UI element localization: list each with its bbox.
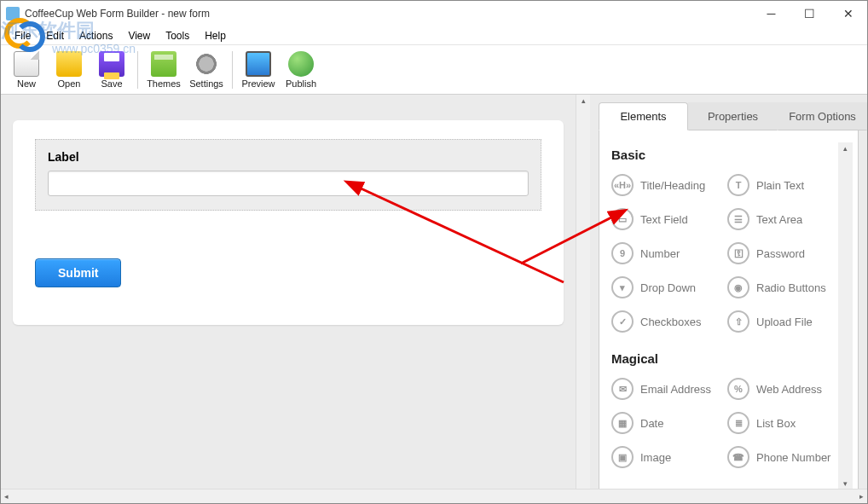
element-web-address[interactable]: %Web Address: [727, 378, 838, 400]
title-bar: CoffeeCup Web Form Builder - new form ─ …: [1, 1, 867, 26]
element-label: Phone Number: [756, 451, 830, 464]
element-number[interactable]: 9Number: [611, 242, 722, 264]
toolbar-separator: [137, 51, 138, 89]
new-button[interactable]: New: [6, 47, 47, 93]
element-phone-number[interactable]: ☎Phone Number: [727, 446, 838, 468]
toolbar: New Open Save Themes Settings Preview Pu…: [1, 45, 867, 95]
element-label: Checkboxes: [640, 316, 702, 328]
element-password[interactable]: ⚿Password: [727, 242, 838, 264]
preview-label: Preview: [241, 78, 275, 89]
element-label: Number: [640, 247, 680, 260]
list-box-icon: ≣: [727, 412, 749, 434]
save-icon: [99, 51, 124, 77]
element-label: Upload File: [756, 316, 813, 328]
canvas-scrollbar-horizontal[interactable]: [1, 489, 867, 503]
menu-tools[interactable]: Tools: [159, 28, 196, 43]
canvas-area[interactable]: Label Submit: [1, 95, 576, 490]
preview-icon: [246, 51, 271, 77]
open-label: Open: [58, 78, 81, 89]
element-title-heading[interactable]: «H»Title/Heading: [611, 174, 722, 196]
element-email-address[interactable]: ✉Email Address: [611, 378, 722, 400]
toolbar-separator: [232, 51, 233, 89]
text-area-icon: ☰: [727, 208, 749, 230]
settings-button[interactable]: Settings: [186, 47, 227, 93]
publish-button[interactable]: Publish: [281, 47, 321, 93]
text-field-element[interactable]: Label: [35, 139, 541, 211]
element-label: Date: [640, 417, 663, 430]
phone-icon: ☎: [727, 446, 749, 468]
minimize-button[interactable]: ─: [752, 1, 790, 26]
radio-buttons-icon: ◉: [727, 276, 749, 298]
panel-body: Basic «H»Title/Heading TPlain Text ▭Text…: [599, 130, 859, 490]
element-label: Title/Heading: [640, 179, 705, 192]
themes-icon: [151, 51, 176, 77]
close-button[interactable]: ✕: [829, 1, 867, 26]
right-panel: Elements Properties Form Options Basic «…: [590, 95, 867, 490]
element-label: List Box: [756, 417, 796, 430]
new-label: New: [17, 78, 36, 89]
element-label: Plain Text: [756, 179, 804, 192]
themes-button[interactable]: Themes: [143, 47, 184, 93]
element-label: Web Address: [756, 383, 822, 396]
menu-actions[interactable]: Actions: [72, 28, 119, 43]
element-date[interactable]: ▦Date: [611, 412, 722, 434]
canvas-scrollbar-vertical[interactable]: [576, 95, 590, 490]
new-icon: [14, 51, 39, 77]
element-text-field[interactable]: ▭Text Field: [611, 208, 722, 230]
submit-button[interactable]: Submit: [35, 258, 121, 287]
text-input[interactable]: [48, 171, 529, 196]
element-checkboxes[interactable]: ✓Checkboxes: [611, 310, 722, 333]
element-label: Text Area: [756, 213, 802, 226]
element-label: Password: [756, 247, 805, 260]
element-label: Text Field: [640, 213, 688, 226]
date-icon: ▦: [611, 412, 634, 434]
section-basic-title: Basic: [611, 148, 838, 162]
checkboxes-icon: ✓: [611, 310, 634, 333]
menu-help[interactable]: Help: [198, 28, 233, 43]
element-label: Image: [640, 451, 671, 464]
element-text-area[interactable]: ☰Text Area: [727, 208, 838, 230]
app-icon: [6, 7, 20, 20]
panel-scrollbar-vertical[interactable]: [838, 142, 853, 490]
element-plain-text[interactable]: TPlain Text: [727, 174, 838, 196]
publish-label: Publish: [286, 78, 316, 89]
password-icon: ⚿: [727, 242, 749, 264]
save-button[interactable]: Save: [91, 47, 132, 93]
menu-edit[interactable]: Edit: [39, 28, 71, 43]
drop-down-icon: ▾: [611, 276, 634, 298]
open-icon: [56, 51, 82, 77]
element-upload-file[interactable]: ⇧Upload File: [727, 310, 838, 333]
save-label: Save: [101, 78, 122, 89]
workspace: Label Submit Elements Properties Form Op…: [1, 95, 867, 490]
tab-form-options[interactable]: Form Options: [778, 102, 867, 130]
element-label: Radio Buttons: [756, 281, 826, 294]
element-label: Email Address: [640, 383, 711, 396]
element-list-box[interactable]: ≣List Box: [727, 412, 838, 434]
image-icon: ▣: [611, 446, 634, 468]
element-label: Drop Down: [640, 281, 696, 294]
menu-file[interactable]: File: [8, 28, 38, 43]
window-title: CoffeeCup Web Form Builder - new form: [25, 8, 210, 20]
settings-label: Settings: [189, 78, 223, 89]
maximize-button[interactable]: ☐: [790, 1, 829, 26]
open-button[interactable]: Open: [49, 47, 90, 93]
settings-icon: [194, 51, 219, 77]
preview-button[interactable]: Preview: [238, 47, 279, 93]
email-icon: ✉: [611, 378, 634, 400]
upload-file-icon: ⇧: [727, 310, 749, 333]
menu-view[interactable]: View: [121, 28, 157, 43]
text-field-icon: ▭: [611, 208, 634, 230]
section-magical-title: Magical: [611, 351, 838, 366]
menu-bar: File Edit Actions View Tools Help: [1, 26, 867, 45]
panel-tabs: Elements Properties Form Options: [590, 101, 867, 130]
publish-icon: [288, 51, 314, 77]
element-image[interactable]: ▣Image: [611, 446, 722, 468]
tab-properties[interactable]: Properties: [688, 102, 778, 130]
element-radio-buttons[interactable]: ◉Radio Buttons: [727, 276, 838, 298]
form-card: Label Submit: [13, 120, 564, 325]
tab-elements[interactable]: Elements: [599, 102, 688, 130]
number-icon: 9: [611, 242, 634, 264]
plain-text-icon: T: [727, 174, 749, 196]
title-heading-icon: «H»: [611, 174, 634, 196]
element-drop-down[interactable]: ▾Drop Down: [611, 276, 722, 298]
